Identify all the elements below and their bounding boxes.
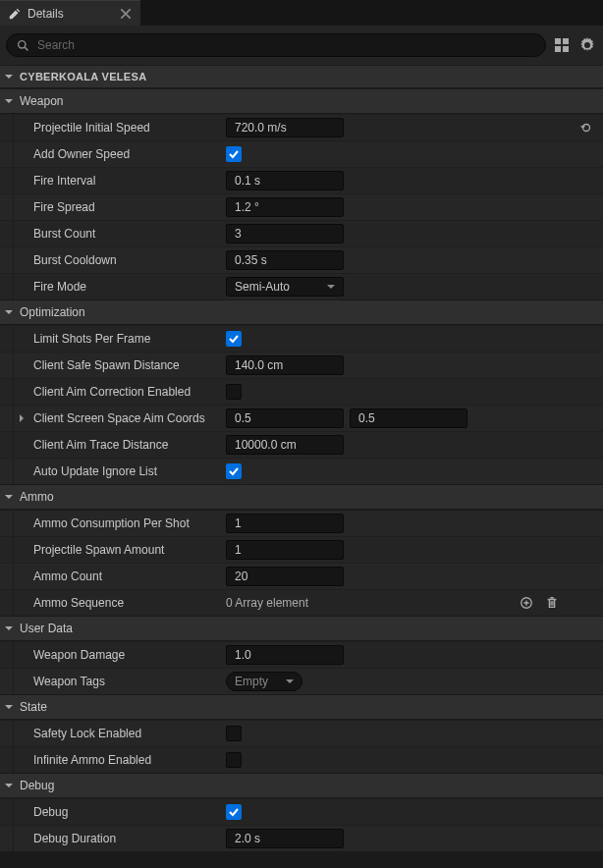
ammo-count-input[interactable] <box>226 567 344 586</box>
svg-rect-4 <box>563 46 569 52</box>
row-debug: Debug <box>0 798 603 825</box>
section-title: CYBERKOALA VELESA <box>20 71 146 82</box>
gear-icon[interactable] <box>577 35 597 55</box>
add-owner-speed-checkbox[interactable] <box>226 146 242 162</box>
chevron-down-icon <box>4 307 14 317</box>
section-user-data[interactable]: User Data <box>0 616 603 641</box>
row-fire-interval: Fire Interval <box>0 167 603 193</box>
section-ammo[interactable]: Ammo <box>0 484 603 510</box>
section-title: User Data <box>20 622 73 635</box>
property-label: Client Safe Spawn Distance <box>33 358 180 372</box>
dropdown-value: Empty <box>235 675 268 688</box>
row-client-screen-coords: Client Screen Space Aim Coords <box>0 405 603 431</box>
row-debug-duration: Debug Duration <box>0 825 603 851</box>
row-weapon-damage: Weapon Damage <box>0 641 603 668</box>
section-state[interactable]: State <box>0 694 603 720</box>
row-ammo-count: Ammo Count <box>0 563 603 589</box>
chevron-down-icon <box>4 702 14 712</box>
array-count: 0 Array element <box>226 596 308 610</box>
add-icon[interactable] <box>517 593 536 613</box>
weapon-tags-dropdown[interactable]: Empty <box>226 672 302 691</box>
row-ammo-sequence: Ammo Sequence 0 Array element <box>0 589 603 616</box>
grid-icon[interactable] <box>552 35 572 55</box>
fire-mode-dropdown[interactable]: Semi-Auto <box>226 277 344 297</box>
weapon-damage-input[interactable] <box>226 645 344 665</box>
row-infinite-ammo: Infinite Ammo Enabled <box>0 746 603 773</box>
debug-duration-input[interactable] <box>226 829 344 848</box>
property-label: Auto Update Ignore List <box>33 464 157 478</box>
search-input[interactable] <box>37 38 535 52</box>
screen-coord-x-input[interactable] <box>226 408 344 428</box>
chevron-down-icon <box>4 72 14 81</box>
safety-lock-checkbox[interactable] <box>226 726 242 741</box>
property-label: Client Screen Space Aim Coords <box>33 411 205 425</box>
section-title: Weapon <box>20 94 63 108</box>
property-label: Burst Cooldown <box>33 253 117 267</box>
row-projectile-spawn: Projectile Spawn Amount <box>0 536 603 563</box>
revert-icon[interactable] <box>579 121 593 135</box>
screen-coord-y-input[interactable] <box>350 408 467 428</box>
row-limit-shots: Limit Shots Per Frame <box>0 325 603 352</box>
property-label: Add Owner Speed <box>33 147 130 161</box>
burst-count-input[interactable] <box>226 224 344 244</box>
row-burst-cooldown: Burst Cooldown <box>0 246 603 273</box>
row-fire-mode: Fire Mode Semi-Auto <box>0 273 603 299</box>
row-projectile-initial-speed: Projectile Initial Speed <box>0 114 603 140</box>
section-title: Debug <box>20 779 54 792</box>
details-tab[interactable]: Details <box>0 0 140 26</box>
section-title: State <box>20 700 47 714</box>
property-label: Client Aim Correction Enabled <box>33 385 191 399</box>
chevron-down-icon <box>4 492 14 502</box>
fire-spread-input[interactable] <box>226 197 344 217</box>
chevron-down-icon <box>4 624 14 633</box>
close-icon[interactable] <box>119 7 133 21</box>
row-burst-count: Burst Count <box>0 220 603 246</box>
client-safe-spawn-input[interactable] <box>226 355 344 375</box>
ammo-consumption-input[interactable] <box>226 514 344 533</box>
property-label: Burst Count <box>33 227 95 241</box>
client-aim-trace-input[interactable] <box>226 435 344 455</box>
chevron-down-icon <box>4 96 14 106</box>
section-title: Optimization <box>20 305 85 319</box>
row-client-safe-spawn: Client Safe Spawn Distance <box>0 352 603 378</box>
section-optimization[interactable]: Optimization <box>0 299 603 325</box>
chevron-right-icon[interactable] <box>18 414 27 422</box>
projectile-speed-input[interactable] <box>226 118 344 137</box>
tab-bar: Details <box>0 0 603 26</box>
row-auto-update-ignore: Auto Update Ignore List <box>0 458 603 484</box>
section-weapon[interactable]: Weapon <box>0 88 603 114</box>
pencil-icon <box>8 7 22 21</box>
section-title: Ammo <box>20 490 54 504</box>
row-add-owner-speed: Add Owner Speed <box>0 140 603 167</box>
spawn-amount-input[interactable] <box>226 540 344 560</box>
chevron-down-icon <box>4 781 14 790</box>
tab-title: Details <box>27 7 64 21</box>
row-client-aim-trace: Client Aim Trace Distance <box>0 431 603 458</box>
property-label: Safety Lock Enabled <box>33 727 141 740</box>
svg-rect-1 <box>555 38 561 44</box>
svg-rect-2 <box>563 38 569 44</box>
property-label: Infinite Ammo Enabled <box>33 753 151 767</box>
trash-icon[interactable] <box>542 593 562 613</box>
limit-shots-checkbox[interactable] <box>226 331 242 347</box>
row-fire-spread: Fire Spread <box>0 193 603 220</box>
svg-point-0 <box>19 40 26 47</box>
section-debug[interactable]: Debug <box>0 773 603 798</box>
property-label: Client Aim Trace Distance <box>33 438 168 452</box>
debug-checkbox[interactable] <box>226 804 242 820</box>
row-weapon-tags: Weapon Tags Empty <box>0 668 603 694</box>
section-cyberkoala[interactable]: CYBERKOALA VELESA <box>0 65 603 88</box>
burst-cooldown-input[interactable] <box>226 250 344 270</box>
infinite-ammo-checkbox[interactable] <box>226 752 242 768</box>
row-safety-lock: Safety Lock Enabled <box>0 720 603 746</box>
property-label: Projectile Initial Speed <box>33 121 150 135</box>
property-label: Ammo Sequence <box>33 596 124 610</box>
chevron-down-icon <box>327 283 335 291</box>
client-aim-correction-checkbox[interactable] <box>226 384 242 400</box>
property-label: Weapon Damage <box>33 648 125 662</box>
fire-interval-input[interactable] <box>226 171 344 190</box>
property-label: Limit Shots Per Frame <box>33 332 150 346</box>
row-ammo-consumption: Ammo Consumption Per Shot <box>0 510 603 536</box>
auto-update-ignore-checkbox[interactable] <box>226 463 242 479</box>
search-box[interactable] <box>6 33 546 57</box>
